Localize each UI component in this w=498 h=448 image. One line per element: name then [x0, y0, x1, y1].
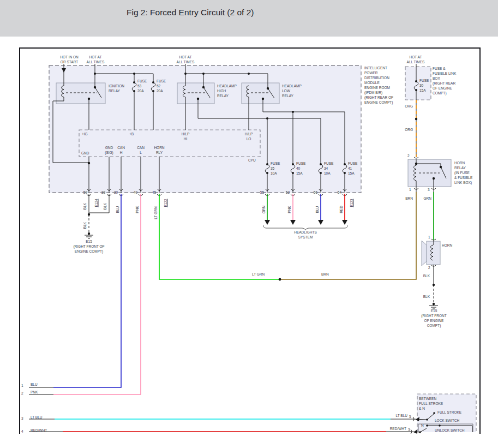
cpu-gnd-label: GND — [81, 151, 89, 156]
blk-label-gnd: BLK — [82, 222, 87, 229]
horn-relay-pin3: 3 — [428, 187, 430, 192]
fuse-35-label: FUSE 35 10A — [271, 161, 280, 176]
can-l-wire — [53, 194, 141, 395]
pnk-label-bottom: PNK — [31, 390, 38, 395]
cpu-name-label: CPU — [248, 158, 256, 163]
grn-label-horn: GRN — [420, 196, 431, 201]
wiring-diagram — [0, 0, 498, 448]
horn-label: HORN — [442, 243, 452, 248]
headlamp-high-relay-box — [177, 83, 214, 104]
can-h-wire — [53, 194, 121, 387]
pin-38: 38 — [96, 190, 105, 195]
horn-pin2: 2 — [428, 265, 430, 270]
blk-label-horn-1: BLK — [420, 273, 430, 278]
lt-grn-label-horizontal: LT GRN — [252, 272, 265, 277]
blu-label-56: BLU — [315, 206, 320, 213]
wire-num-3: 3 — [21, 416, 23, 421]
lock-pin-5: 5 — [409, 414, 411, 419]
pin-59: 59 — [75, 190, 87, 195]
n-label: N — [421, 423, 424, 428]
org-label-2: ORG — [401, 127, 413, 132]
pin-40: 40 — [130, 190, 137, 195]
grn-label-55: GRN — [261, 206, 266, 213]
wire-num-1: 1 — [21, 383, 23, 388]
wire-num-4: 4 — [21, 429, 23, 434]
connector-e122: E122 — [163, 199, 168, 207]
brn-label-horizontal: BRN — [321, 272, 329, 277]
connector-e124: E124 — [94, 199, 99, 207]
page: Fig 2: Forced Entry Circuit (2 of 2) — [0, 0, 498, 448]
ground-e15-right: E15 (RIGHT FRONT OF ENGINE COMPT) — [413, 308, 454, 328]
cpu-can-l-label: CAN L — [133, 145, 148, 155]
pin-55: 55 — [256, 190, 264, 195]
cpu-hlp-lo-label: H/LP LO — [241, 132, 256, 141]
fuse-53-label: FUSE 53 20A — [137, 79, 147, 93]
cpu-b-label: +B — [129, 132, 134, 136]
lt-blu-label-bottom: LT BLU — [31, 415, 42, 420]
connector-e123: E123 — [349, 199, 354, 207]
cpu-horn-rly-label: HORN RLY — [152, 145, 167, 155]
pin-52: 52 — [282, 190, 290, 195]
blu-label-39: BLU — [115, 206, 120, 213]
lock-pin-3: 3 — [408, 427, 410, 432]
wire-num-2: 2 — [21, 391, 23, 396]
headlamp-low-relay-label: HEADLAMP LOW RELAY — [282, 83, 302, 98]
pin-45: 45 — [148, 190, 156, 195]
horn-pin1: 1 — [428, 235, 430, 240]
cpu-hlp-hi-label: H/LP HI — [178, 132, 193, 141]
fuse-52-label: FUSE 52 20A — [157, 79, 166, 93]
red-wht-label-right: RED/WHT — [385, 426, 406, 431]
horn-relay-pin2: 2 — [407, 153, 410, 158]
pnk-label-52: PNK — [287, 206, 292, 213]
unlock-switch-label: UNLOCK SWITCH — [435, 428, 465, 433]
lt-blu-label-right: LT BLU — [391, 413, 407, 418]
cpu-can-h-label: CAN H — [113, 145, 129, 155]
headlights-system-label: HEADLIGHTS SYSTEM — [284, 230, 327, 240]
hot-at-label-1: HOT AT ALL TIMES — [80, 55, 111, 64]
blu-label-bottom: BLU — [31, 382, 38, 387]
ignition-relay-label: IGNITION RELAY — [109, 83, 124, 93]
fuse-34-label: FUSE 34 10A — [324, 161, 333, 176]
cpu-ig-label: +IG — [82, 132, 88, 136]
ipdm-label: INTELLIGENT POWER DISTRIBUTION MODULE EN… — [364, 65, 393, 105]
brn-label: BRN — [401, 196, 413, 201]
pin-56: 56 — [310, 190, 317, 195]
hot-at-label-3: HOT AT ALL TIMES — [400, 55, 431, 64]
full-stroke-label: FULL STROKE — [437, 410, 461, 415]
horn-relay-label: HORN RELAY (IN FUSE & FUSIBLE LINK BOX) — [454, 160, 472, 185]
fuse-41-label: FUSE 41 15A — [348, 161, 357, 176]
horn-flare — [422, 241, 427, 266]
pin-markers — [87, 157, 436, 434]
blk-label-horn-2: BLK — [420, 294, 430, 299]
lock-box-note: BETWEEN FULL STROKE & N — [419, 396, 443, 411]
headlamp-high-relay-label: HEADLAMP HIGH RELAY — [217, 83, 237, 98]
pnk-label-40: PNK — [135, 206, 140, 213]
lt-grn-label-45: LT GRN — [153, 206, 158, 219]
org-label-1: ORG — [401, 104, 413, 109]
fuse-30-label: FUSE 30 15A — [419, 78, 429, 93]
horn-relay-pin1: 1 — [409, 187, 411, 192]
ground-e15-left: E15 (RIGHT FRONT OF ENGINE COMPT) — [64, 239, 113, 254]
pin-54: 54 — [334, 190, 341, 195]
red-wht-label-bottom: RED/WHT — [31, 428, 47, 433]
lock-switch-label: LOCK SWITCH — [435, 418, 459, 423]
blk-label-59: BLK — [82, 203, 87, 210]
blk-label-38: BLK — [103, 203, 107, 210]
hot-at-label-2: HOT AT ALL TIMES — [170, 55, 201, 64]
fuse-link-box-label: FUSE & FUSIBLE LINK BOX (RIGHT REAR OF E… — [433, 66, 456, 95]
pin-39: 39 — [110, 190, 118, 195]
fuse-40-label: FUSE 40 15A — [296, 161, 305, 176]
red-label-54: RED — [339, 206, 344, 213]
